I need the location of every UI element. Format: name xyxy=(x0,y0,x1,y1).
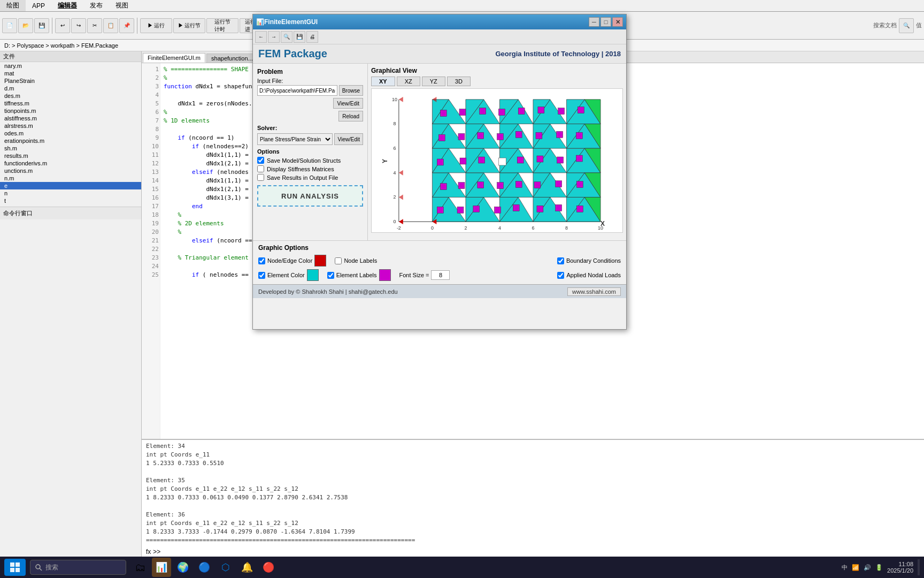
svg-rect-82 xyxy=(478,182,484,188)
sidebar-item-unctions[interactable]: unctions.m xyxy=(0,167,141,174)
taskbar-app6[interactable]: ⬡ xyxy=(216,558,235,577)
reload-button[interactable]: Reload xyxy=(338,111,363,121)
svg-point-122 xyxy=(36,565,40,569)
sidebar-item-results[interactable]: results.m xyxy=(0,152,141,159)
fem-save-img-btn[interactable]: 💾 xyxy=(294,31,305,43)
sidebar-item-des[interactable]: des.m xyxy=(0,92,141,100)
taskbar-search[interactable]: 搜索 xyxy=(30,560,126,575)
svg-rect-106 xyxy=(480,108,486,115)
mesh-background xyxy=(432,100,600,222)
node-labels-checkbox[interactable] xyxy=(335,257,342,264)
options-label: Options xyxy=(257,148,363,155)
taskbar-bell[interactable]: 🔔 xyxy=(237,558,257,577)
run-analysis-btn[interactable]: RUN ANALYSIS xyxy=(257,185,363,207)
fem-forward-btn[interactable]: → xyxy=(268,31,280,43)
new-btn[interactable]: 📄 xyxy=(2,18,17,33)
svg-rect-90 xyxy=(479,157,485,163)
element-labels-label: Element Labels xyxy=(336,272,377,278)
open-btn[interactable]: 📂 xyxy=(18,18,33,33)
view-edit-btn1[interactable]: View/Edit xyxy=(333,98,363,109)
taskbar-red-icon[interactable]: 🔴 xyxy=(259,558,278,577)
menu-view[interactable]: 视图 xyxy=(109,0,135,11)
sidebar-item-n[interactable]: n xyxy=(0,189,141,197)
node-edge-swatch[interactable] xyxy=(314,255,326,267)
svg-rect-107 xyxy=(498,109,505,116)
close-btn[interactable]: ✕ xyxy=(612,17,623,27)
undo-btn[interactable]: ↩ xyxy=(55,18,70,33)
save-btn[interactable]: 💾 xyxy=(34,18,49,33)
element-color-swatch[interactable] xyxy=(307,269,319,281)
element-color-checkbox[interactable] xyxy=(258,272,265,279)
sidebar-item-odes[interactable]: odes.m xyxy=(0,130,141,137)
menu-editor[interactable]: 编辑器 xyxy=(51,0,83,11)
svg-rect-85 xyxy=(534,182,541,188)
nodal-loads-checkbox[interactable] xyxy=(557,272,564,279)
show-desktop[interactable] xyxy=(918,559,920,575)
element-labels-checkbox[interactable] xyxy=(327,272,334,279)
sidebar-item-functionderivs[interactable]: functionderivs.m xyxy=(0,159,141,167)
sidebar-item-nm[interactable]: n.m xyxy=(0,174,141,182)
save-results-label: Save Results in Output File xyxy=(267,174,338,181)
font-size-input[interactable] xyxy=(431,270,450,280)
tab-yz[interactable]: YZ xyxy=(422,77,445,86)
solver-view-edit-btn[interactable]: View/Edit xyxy=(334,133,363,145)
redo-btn[interactable]: ↪ xyxy=(71,18,86,33)
sidebar-item-mat[interactable]: mat xyxy=(0,70,141,77)
sidebar-item-tionpoints[interactable]: tionpoints.m xyxy=(0,107,141,115)
copy-btn[interactable]: 📋 xyxy=(103,18,118,33)
start-button[interactable] xyxy=(4,559,26,576)
run-btn[interactable]: ▶ 运行 xyxy=(140,18,172,33)
svg-rect-97 xyxy=(458,133,465,140)
sidebar-item-nary[interactable]: nary.m xyxy=(0,62,141,70)
tab-3d[interactable]: 3D xyxy=(447,77,471,86)
menu-plot[interactable]: 绘图 xyxy=(0,0,26,11)
taskbar-browser[interactable]: 🌍 xyxy=(173,558,192,577)
input-file-field[interactable] xyxy=(257,85,337,96)
paste-btn[interactable]: 📌 xyxy=(119,18,134,33)
taskbar-chrome[interactable]: 🔵 xyxy=(195,558,214,577)
command-input[interactable] xyxy=(163,549,920,556)
sidebar-item-planestrain[interactable]: PlaneStrain xyxy=(0,77,141,85)
sidebar-item-alrstress[interactable]: alrstress.m xyxy=(0,122,141,130)
browse-button[interactable]: Browse xyxy=(339,85,363,96)
display-stiffness-checkbox[interactable] xyxy=(257,165,264,172)
taskbar-files[interactable]: 🗂 xyxy=(130,558,150,577)
svg-rect-108 xyxy=(518,108,525,115)
tab-xy[interactable]: XY xyxy=(371,77,395,86)
fem-footer: Developed by © Shahrokh Shahi | shahi@ga… xyxy=(253,284,626,298)
boundary-checkbox[interactable] xyxy=(557,257,564,264)
taskbar-matlab[interactable]: 📊 xyxy=(152,558,171,577)
fem-print-btn[interactable]: 🖨 xyxy=(306,31,318,43)
tab-xz[interactable]: XZ xyxy=(397,77,420,86)
element-labels-option: Element Labels xyxy=(327,269,391,281)
search-doc-btn[interactable]: 🔍 xyxy=(899,18,914,33)
menu-publish[interactable]: 发布 xyxy=(83,0,109,11)
tab-fem[interactable]: FiniteElementGUI.m xyxy=(143,53,205,63)
sidebar-item-e[interactable]: e xyxy=(0,182,141,189)
sidebar-item-dm[interactable]: d.m xyxy=(0,85,141,92)
svg-rect-93 xyxy=(537,156,543,162)
sidebar-item-t[interactable]: t xyxy=(0,197,141,204)
svg-rect-74 xyxy=(473,206,480,212)
run-calc-btn[interactable]: 运行节计时 xyxy=(206,18,238,33)
save-results-checkbox[interactable] xyxy=(257,174,264,181)
fem-back-btn[interactable]: ← xyxy=(255,31,267,43)
run-section-btn[interactable]: ▶ 运行节 xyxy=(173,18,205,33)
element-labels-swatch[interactable] xyxy=(379,269,391,281)
graphical-view-title: Graphical View xyxy=(371,67,623,74)
sidebar-item-alstiffness[interactable]: alstiffness.m xyxy=(0,115,141,122)
clock: 11:08 2025/1/20 xyxy=(887,561,913,574)
graphic-options-row: Node/Edge Color Node Labels Boundary Con… xyxy=(258,255,621,267)
fem-zoom-btn[interactable]: 🔍 xyxy=(281,31,292,43)
maximize-btn[interactable]: □ xyxy=(600,17,611,27)
sidebar-item-sh[interactable]: sh.m xyxy=(0,144,141,152)
solver-select[interactable]: Plane Stress/Plane Strain xyxy=(257,133,333,145)
sidebar-item-erationpoints[interactable]: erationpoints.m xyxy=(0,137,141,144)
minimize-btn[interactable]: ─ xyxy=(589,17,599,27)
sidebar-item-tiffness[interactable]: tiffness.m xyxy=(0,100,141,107)
tab-shape[interactable]: shapefunction... xyxy=(206,54,258,63)
save-model-checkbox[interactable] xyxy=(257,157,264,164)
menu-app[interactable]: APP xyxy=(26,1,51,11)
node-edge-checkbox[interactable] xyxy=(258,257,265,264)
cut-btn[interactable]: ✂ xyxy=(87,18,102,33)
